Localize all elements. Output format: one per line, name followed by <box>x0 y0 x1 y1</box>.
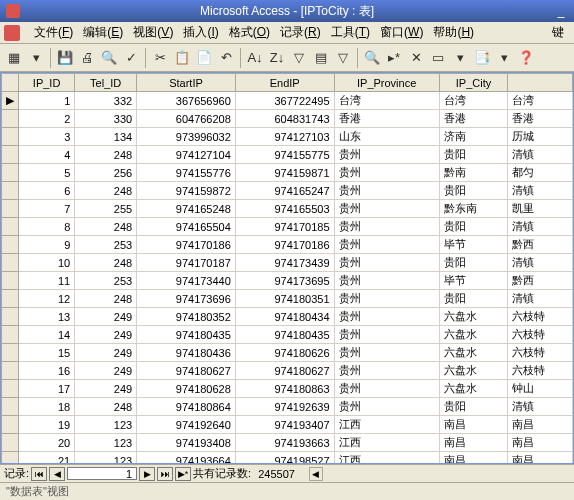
cell[interactable]: 台湾 <box>508 92 573 110</box>
first-record-button[interactable]: ⏮ <box>31 467 47 481</box>
filter-form-button[interactable]: ▤ <box>311 48 331 68</box>
cell[interactable]: 黔东南 <box>439 200 508 218</box>
cell[interactable]: 4 <box>19 146 75 164</box>
table-row[interactable]: 15249974180436974180626贵州六盘水六枝特 <box>2 344 573 362</box>
cell[interactable]: 256 <box>75 164 137 182</box>
column-header[interactable] <box>508 74 573 92</box>
cell[interactable]: 249 <box>75 326 137 344</box>
table-row[interactable]: 17249974180628974180863贵州六盘水钟山 <box>2 380 573 398</box>
menu-w[interactable]: 窗口(W) <box>376 23 427 41</box>
cell[interactable]: 贵州 <box>334 200 439 218</box>
row-selector[interactable] <box>2 434 19 452</box>
cell[interactable]: 248 <box>75 254 137 272</box>
cell[interactable]: 8 <box>19 218 75 236</box>
cell[interactable]: 974180351 <box>235 290 334 308</box>
cell[interactable]: 南昌 <box>508 416 573 434</box>
cell[interactable]: 13 <box>19 308 75 326</box>
cell[interactable]: 清镇 <box>508 254 573 272</box>
cell[interactable]: 台湾 <box>439 92 508 110</box>
cell[interactable]: 974193407 <box>235 416 334 434</box>
cell[interactable]: 清镇 <box>508 146 573 164</box>
cell[interactable]: 974192639 <box>235 398 334 416</box>
row-selector[interactable] <box>2 182 19 200</box>
cell[interactable]: 凯里 <box>508 200 573 218</box>
cell[interactable]: 974180435 <box>235 326 334 344</box>
cell[interactable]: 六枝特 <box>508 308 573 326</box>
cell[interactable]: 974127103 <box>235 128 334 146</box>
cell[interactable]: 19 <box>19 416 75 434</box>
cell[interactable]: 974198527 <box>235 452 334 465</box>
table-row[interactable]: 2330604766208604831743香港香港香港 <box>2 110 573 128</box>
cell[interactable]: 255 <box>75 200 137 218</box>
cell[interactable]: 贵阳 <box>439 182 508 200</box>
column-header[interactable]: IP_Province <box>334 74 439 92</box>
cell[interactable]: 香港 <box>439 110 508 128</box>
cell[interactable]: 974159872 <box>137 182 236 200</box>
cell[interactable]: 6 <box>19 182 75 200</box>
cell[interactable]: 248 <box>75 146 137 164</box>
cell[interactable]: 毕节 <box>439 272 508 290</box>
cell[interactable]: 江西 <box>334 416 439 434</box>
cell[interactable]: 贵阳 <box>439 146 508 164</box>
table-row[interactable]: 18248974180864974192639贵州贵阳清镇 <box>2 398 573 416</box>
preview-button[interactable]: 🔍 <box>99 48 119 68</box>
table-row[interactable]: 20123974193408974193663江西南昌南昌 <box>2 434 573 452</box>
menu-o[interactable]: 格式(O) <box>225 23 274 41</box>
sort-desc-button[interactable]: Z↓ <box>267 48 287 68</box>
cell[interactable]: 20 <box>19 434 75 452</box>
cell[interactable]: 253 <box>75 236 137 254</box>
cell[interactable]: 3 <box>19 128 75 146</box>
print-button[interactable]: 🖨 <box>77 48 97 68</box>
row-selector[interactable] <box>2 146 19 164</box>
last-record-button[interactable]: ⏭ <box>157 467 173 481</box>
table-row[interactable]: 5256974155776974159871贵州黔南都匀 <box>2 164 573 182</box>
table-row[interactable]: 6248974159872974165247贵州贵阳清镇 <box>2 182 573 200</box>
sort-asc-button[interactable]: A↓ <box>245 48 265 68</box>
menu-t[interactable]: 工具(T) <box>327 23 374 41</box>
cell[interactable]: 123 <box>75 434 137 452</box>
cell[interactable]: 974180435 <box>137 326 236 344</box>
cell[interactable]: 974193663 <box>235 434 334 452</box>
cell[interactable]: 10 <box>19 254 75 272</box>
cell[interactable]: 六枝特 <box>508 326 573 344</box>
cell[interactable]: 974165504 <box>137 218 236 236</box>
cell[interactable]: 清镇 <box>508 182 573 200</box>
row-selector[interactable] <box>2 326 19 344</box>
cell[interactable]: 山东 <box>334 128 439 146</box>
cell[interactable]: 5 <box>19 164 75 182</box>
cell[interactable]: 黔西 <box>508 272 573 290</box>
cell[interactable]: 贵州 <box>334 290 439 308</box>
select-all-header[interactable] <box>2 74 19 92</box>
cell[interactable]: 贵州 <box>334 272 439 290</box>
cell[interactable]: 974173695 <box>235 272 334 290</box>
table-row[interactable]: 19123974192640974193407江西南昌南昌 <box>2 416 573 434</box>
cell[interactable]: 123 <box>75 416 137 434</box>
cell[interactable]: 330 <box>75 110 137 128</box>
row-selector[interactable] <box>2 362 19 380</box>
prev-record-button[interactable]: ◀ <box>49 467 65 481</box>
cell[interactable]: 贵州 <box>334 362 439 380</box>
row-selector[interactable] <box>2 272 19 290</box>
cell[interactable]: 248 <box>75 182 137 200</box>
cell[interactable]: 台湾 <box>334 92 439 110</box>
table-row[interactable]: 7255974165248974165503贵州黔东南凯里 <box>2 200 573 218</box>
cut-button[interactable]: ✂ <box>150 48 170 68</box>
undo-button[interactable]: ↶ <box>216 48 236 68</box>
new-record-button[interactable]: ▸* <box>384 48 404 68</box>
cell[interactable]: 南昌 <box>439 452 508 465</box>
table-row[interactable]: 9253974170186974170186贵州毕节黔西 <box>2 236 573 254</box>
row-selector[interactable] <box>2 200 19 218</box>
window-button[interactable]: ▭ <box>428 48 448 68</box>
cell[interactable]: 贵阳 <box>439 254 508 272</box>
cell[interactable]: 贵阳 <box>439 398 508 416</box>
cell[interactable]: 贵州 <box>334 344 439 362</box>
cell[interactable]: 974180434 <box>235 308 334 326</box>
dropdown-icon[interactable]: ▾ <box>26 48 46 68</box>
data-table[interactable]: IP_IDTel_IDStartIPEndIPIP_ProvinceIP_Cit… <box>1 73 573 464</box>
row-selector[interactable] <box>2 452 19 465</box>
dropdown-icon[interactable]: ▾ <box>494 48 514 68</box>
cell[interactable]: 974165503 <box>235 200 334 218</box>
cell[interactable]: 974180864 <box>137 398 236 416</box>
cell[interactable]: 贵州 <box>334 146 439 164</box>
cell[interactable]: 249 <box>75 380 137 398</box>
